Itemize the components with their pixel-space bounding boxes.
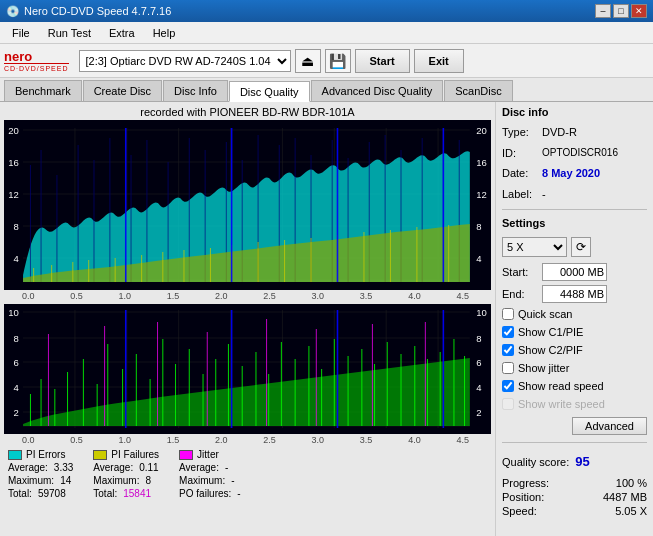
refresh-button[interactable]: ⟳ xyxy=(571,237,591,257)
svg-text:12: 12 xyxy=(476,190,487,200)
minimize-button[interactable]: – xyxy=(595,4,611,18)
pi-failures-avg-value: 0.11 xyxy=(139,462,158,473)
disc-type-row: Type: DVD-R xyxy=(502,124,647,141)
position-label: Position: xyxy=(502,491,544,503)
speed-setting-row: 5 X 4 X 8 X Max ⟳ xyxy=(502,237,647,257)
pi-errors-avg-label: Average: xyxy=(8,462,48,473)
product-name: CD·DVD/SPEED xyxy=(4,63,69,72)
right-panel: Disc info Type: DVD-R ID: OPTODISCR016 D… xyxy=(495,102,653,536)
tab-scandisc[interactable]: ScanDisc xyxy=(444,80,512,101)
tab-advanced-disc-quality[interactable]: Advanced Disc Quality xyxy=(311,80,444,101)
tab-bar: Benchmark Create Disc Disc Info Disc Qua… xyxy=(0,78,653,102)
show-write-checkbox xyxy=(502,398,514,410)
pi-failures-avg-label: Average: xyxy=(93,462,133,473)
pi-failures-total-value: 15841 xyxy=(123,488,151,499)
svg-text:8: 8 xyxy=(14,222,19,232)
end-mb-input[interactable] xyxy=(542,285,607,303)
svg-text:16: 16 xyxy=(476,158,487,168)
pi-failures-max-value: 8 xyxy=(145,475,151,486)
start-mb-input[interactable] xyxy=(542,263,607,281)
pi-errors-total-label: Total: xyxy=(8,488,32,499)
end-mb-label: End: xyxy=(502,286,538,303)
tab-create-disc[interactable]: Create Disc xyxy=(83,80,162,101)
title-bar: 💿 Nero CD-DVD Speed 4.7.7.16 – □ ✕ xyxy=(0,0,653,22)
svg-text:2: 2 xyxy=(476,408,481,418)
pi-errors-max-label: Maximum: xyxy=(8,475,54,486)
speed-value: 5.05 X xyxy=(615,505,647,517)
show-read-checkbox[interactable] xyxy=(502,380,514,392)
position-value: 4487 MB xyxy=(603,491,647,503)
tab-benchmark[interactable]: Benchmark xyxy=(4,80,82,101)
show-c2-label: Show C2/PIF xyxy=(518,344,583,356)
drive-select[interactable]: [2:3] Optiarc DVD RW AD-7240S 1.04 xyxy=(79,50,291,72)
svg-text:4: 4 xyxy=(476,383,481,393)
show-read-row: Show read speed xyxy=(502,380,647,392)
menu-extra[interactable]: Extra xyxy=(101,25,143,41)
chart-title: recorded with PIONEER BD-RW BDR-101A xyxy=(4,106,491,118)
upper-chart: 20 16 12 8 4 20 16 12 8 4 xyxy=(4,120,491,290)
exit-button[interactable]: Exit xyxy=(414,49,464,73)
disc-id-row: ID: OPTODISCR016 xyxy=(502,145,647,162)
quick-scan-checkbox[interactable] xyxy=(502,308,514,320)
disc-date-value: 8 May 2020 xyxy=(542,165,600,182)
menu-file[interactable]: File xyxy=(4,25,38,41)
quality-row: Quality score: 95 xyxy=(502,454,647,469)
disc-id-label: ID: xyxy=(502,145,538,162)
legend-area: PI Errors Average: 3.33 Maximum: 14 Tota… xyxy=(4,445,491,501)
pi-errors-avg-value: 3.33 xyxy=(54,462,73,473)
disc-info-title: Disc info xyxy=(502,106,647,118)
jitter-swatch xyxy=(179,450,193,460)
menu-run-test[interactable]: Run Test xyxy=(40,25,99,41)
disc-type-label: Type: xyxy=(502,124,538,141)
close-button[interactable]: ✕ xyxy=(631,4,647,18)
position-row: Position: 4487 MB xyxy=(502,491,647,503)
po-failures-value: - xyxy=(237,488,240,499)
nero-logo: nero CD·DVD/SPEED xyxy=(4,50,69,72)
show-jitter-checkbox[interactable] xyxy=(502,362,514,374)
jitter-avg-label: Average: xyxy=(179,462,219,473)
disc-label-label: Label: xyxy=(502,186,538,203)
svg-text:8: 8 xyxy=(476,222,481,232)
pi-failures-total-label: Total: xyxy=(93,488,117,499)
start-mb-label: Start: xyxy=(502,264,538,281)
divider-2 xyxy=(502,442,647,443)
lower-chart: 10 8 6 4 2 10 8 6 4 2 xyxy=(4,304,491,434)
speed-select[interactable]: 5 X 4 X 8 X Max xyxy=(502,237,567,257)
svg-text:16: 16 xyxy=(8,158,19,168)
pi-failures-swatch xyxy=(93,450,107,460)
advanced-button[interactable]: Advanced xyxy=(572,417,647,435)
tab-disc-info[interactable]: Disc Info xyxy=(163,80,228,101)
chart-panel: recorded with PIONEER BD-RW BDR-101A xyxy=(0,102,495,536)
show-c1-row: Show C1/PIE xyxy=(502,326,647,338)
pi-failures-legend: PI Failures Average: 0.11 Maximum: 8 Tot… xyxy=(93,449,159,499)
quick-scan-row: Quick scan xyxy=(502,308,647,320)
svg-text:10: 10 xyxy=(8,308,19,318)
jitter-max-label: Maximum: xyxy=(179,475,225,486)
tab-disc-quality[interactable]: Disc Quality xyxy=(229,81,310,102)
menu-help[interactable]: Help xyxy=(145,25,184,41)
eject-button[interactable]: ⏏ xyxy=(295,49,321,73)
progress-label: Progress: xyxy=(502,477,549,489)
save-button[interactable]: 💾 xyxy=(325,49,351,73)
disc-label-value: - xyxy=(542,186,546,203)
progress-row: Progress: 100 % xyxy=(502,477,647,489)
jitter-label: Jitter xyxy=(197,449,219,460)
pi-errors-total-value: 59708 xyxy=(38,488,66,499)
show-c1-checkbox[interactable] xyxy=(502,326,514,338)
pi-errors-swatch xyxy=(8,450,22,460)
settings-title: Settings xyxy=(502,217,647,229)
maximize-button[interactable]: □ xyxy=(613,4,629,18)
end-mb-row: End: xyxy=(502,285,647,303)
svg-text:4: 4 xyxy=(14,254,19,264)
divider-1 xyxy=(502,209,647,210)
window-title: Nero CD-DVD Speed 4.7.7.16 xyxy=(24,5,171,17)
start-button[interactable]: Start xyxy=(355,49,410,73)
progress-section: Progress: 100 % Position: 4487 MB Speed:… xyxy=(502,477,647,517)
upper-x-axis: 0.0 0.5 1.0 1.5 2.0 2.5 3.0 3.5 4.0 4.5 xyxy=(4,291,469,301)
show-c2-checkbox[interactable] xyxy=(502,344,514,356)
menu-bar: File Run Test Extra Help xyxy=(0,22,653,44)
show-jitter-row: Show jitter xyxy=(502,362,647,374)
progress-value: 100 % xyxy=(616,477,647,489)
svg-text:12: 12 xyxy=(8,190,19,200)
svg-text:6: 6 xyxy=(14,358,19,368)
